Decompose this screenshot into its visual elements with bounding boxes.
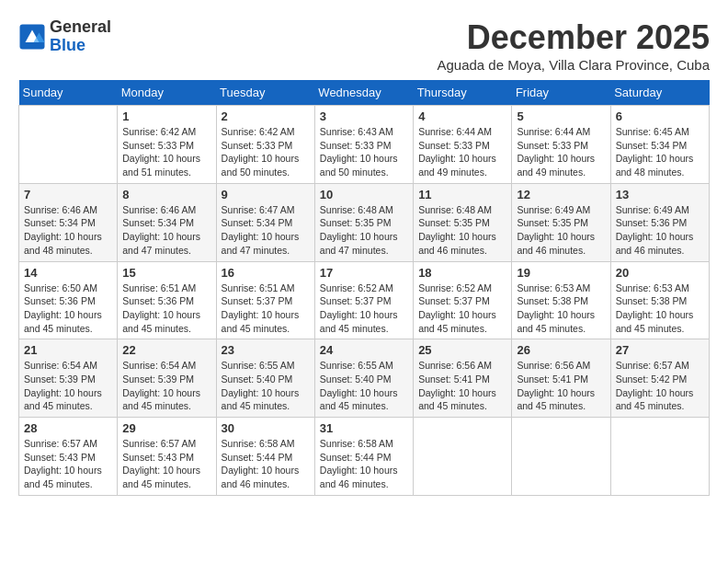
header-saturday: Saturday — [610, 80, 709, 106]
day-number: 23 — [222, 343, 310, 357]
day-number: 1 — [122, 109, 210, 123]
logo: General Blue — [18, 18, 111, 55]
day-info: Sunrise: 6:50 AMSunset: 5:36 PMDaylight:… — [24, 282, 112, 336]
day-info: Sunrise: 6:54 AMSunset: 5:39 PMDaylight:… — [122, 359, 210, 413]
calendar-cell: 17Sunrise: 6:52 AMSunset: 5:37 PMDayligh… — [314, 261, 413, 339]
day-number: 2 — [222, 109, 310, 123]
header: General Blue December 2025 Aguada de Moy… — [18, 18, 710, 73]
calendar-cell: 11Sunrise: 6:48 AMSunset: 5:35 PMDayligh… — [414, 183, 512, 261]
header-sunday: Sunday — [19, 80, 118, 106]
logo-blue-text: Blue — [50, 36, 85, 54]
calendar-cell: 18Sunrise: 6:52 AMSunset: 5:37 PMDayligh… — [414, 261, 512, 339]
calendar-cell: 12Sunrise: 6:49 AMSunset: 5:35 PMDayligh… — [512, 183, 610, 261]
subtitle: Aguada de Moya, Villa Clara Province, Cu… — [437, 57, 710, 73]
day-info: Sunrise: 6:57 AMSunset: 5:43 PMDaylight:… — [24, 437, 112, 491]
header-thursday: Thursday — [414, 80, 512, 106]
calendar-week-row: 1Sunrise: 6:42 AMSunset: 5:33 PMDaylight… — [19, 106, 710, 184]
calendar-cell: 16Sunrise: 6:51 AMSunset: 5:37 PMDayligh… — [216, 261, 314, 339]
day-number: 6 — [616, 109, 704, 123]
calendar-cell: 2Sunrise: 6:42 AMSunset: 5:33 PMDaylight… — [216, 106, 314, 184]
day-info: Sunrise: 6:46 AMSunset: 5:34 PMDaylight:… — [122, 203, 210, 258]
calendar-cell: 4Sunrise: 6:44 AMSunset: 5:33 PMDaylight… — [414, 106, 512, 184]
day-number: 24 — [320, 343, 408, 357]
calendar-cell: 29Sunrise: 6:57 AMSunset: 5:43 PMDayligh… — [118, 418, 216, 496]
calendar-cell: 21Sunrise: 6:54 AMSunset: 5:39 PMDayligh… — [19, 339, 118, 418]
day-info: Sunrise: 6:56 AMSunset: 5:41 PMDaylight:… — [517, 359, 605, 413]
day-number: 11 — [418, 188, 506, 201]
day-number: 17 — [320, 266, 408, 280]
calendar-cell — [414, 418, 512, 496]
day-number: 31 — [320, 421, 408, 435]
calendar-cell: 1Sunrise: 6:42 AMSunset: 5:33 PMDaylight… — [118, 106, 216, 184]
logo-general-text: General — [50, 17, 111, 36]
calendar-cell: 14Sunrise: 6:50 AMSunset: 5:36 PMDayligh… — [19, 261, 118, 339]
day-number: 12 — [517, 188, 605, 201]
day-info: Sunrise: 6:51 AMSunset: 5:36 PMDaylight:… — [122, 282, 210, 336]
calendar-week-row: 28Sunrise: 6:57 AMSunset: 5:43 PMDayligh… — [19, 418, 710, 496]
calendar-cell — [19, 106, 118, 184]
day-number: 15 — [122, 266, 210, 280]
calendar-cell: 27Sunrise: 6:57 AMSunset: 5:42 PMDayligh… — [610, 339, 709, 418]
day-info: Sunrise: 6:55 AMSunset: 5:40 PMDaylight:… — [320, 359, 408, 413]
day-number: 22 — [122, 343, 210, 357]
calendar-week-row: 7Sunrise: 6:46 AMSunset: 5:34 PMDaylight… — [19, 183, 710, 261]
day-number: 13 — [616, 188, 704, 201]
month-title: December 2025 — [437, 18, 710, 57]
day-info: Sunrise: 6:44 AMSunset: 5:33 PMDaylight:… — [418, 125, 506, 179]
day-info: Sunrise: 6:57 AMSunset: 5:43 PMDaylight:… — [122, 437, 210, 491]
day-info: Sunrise: 6:42 AMSunset: 5:33 PMDaylight:… — [122, 125, 210, 179]
calendar-cell: 19Sunrise: 6:53 AMSunset: 5:38 PMDayligh… — [512, 261, 610, 339]
calendar-cell: 30Sunrise: 6:58 AMSunset: 5:44 PMDayligh… — [216, 418, 314, 496]
day-info: Sunrise: 6:52 AMSunset: 5:37 PMDaylight:… — [418, 282, 506, 336]
day-number: 3 — [320, 109, 408, 123]
title-block: December 2025 Aguada de Moya, Villa Clar… — [437, 18, 710, 73]
day-info: Sunrise: 6:48 AMSunset: 5:35 PMDaylight:… — [418, 203, 506, 258]
day-number: 28 — [24, 421, 112, 435]
day-number: 14 — [24, 266, 112, 280]
calendar-cell: 26Sunrise: 6:56 AMSunset: 5:41 PMDayligh… — [512, 339, 610, 418]
day-number: 29 — [122, 421, 210, 435]
calendar-cell: 5Sunrise: 6:44 AMSunset: 5:33 PMDaylight… — [512, 106, 610, 184]
day-number: 5 — [517, 109, 605, 123]
calendar-cell: 20Sunrise: 6:53 AMSunset: 5:38 PMDayligh… — [610, 261, 709, 339]
day-number: 21 — [24, 343, 112, 357]
day-info: Sunrise: 6:54 AMSunset: 5:39 PMDaylight:… — [24, 359, 112, 413]
day-number: 27 — [616, 343, 704, 357]
day-info: Sunrise: 6:45 AMSunset: 5:34 PMDaylight:… — [616, 125, 704, 179]
calendar-cell: 31Sunrise: 6:58 AMSunset: 5:44 PMDayligh… — [314, 418, 413, 496]
calendar-cell — [512, 418, 610, 496]
calendar-cell: 10Sunrise: 6:48 AMSunset: 5:35 PMDayligh… — [314, 183, 413, 261]
day-info: Sunrise: 6:42 AMSunset: 5:33 PMDaylight:… — [222, 125, 310, 179]
day-info: Sunrise: 6:48 AMSunset: 5:35 PMDaylight:… — [320, 203, 408, 258]
calendar-week-row: 21Sunrise: 6:54 AMSunset: 5:39 PMDayligh… — [19, 339, 710, 418]
calendar-cell: 22Sunrise: 6:54 AMSunset: 5:39 PMDayligh… — [118, 339, 216, 418]
day-info: Sunrise: 6:57 AMSunset: 5:42 PMDaylight:… — [616, 359, 704, 413]
day-number: 26 — [517, 343, 605, 357]
day-info: Sunrise: 6:46 AMSunset: 5:34 PMDaylight:… — [24, 203, 112, 258]
day-info: Sunrise: 6:55 AMSunset: 5:40 PMDaylight:… — [222, 359, 310, 413]
day-number: 18 — [418, 266, 506, 280]
day-number: 10 — [320, 188, 408, 201]
day-info: Sunrise: 6:56 AMSunset: 5:41 PMDaylight:… — [418, 359, 506, 413]
day-info: Sunrise: 6:52 AMSunset: 5:37 PMDaylight:… — [320, 282, 408, 336]
calendar-cell: 28Sunrise: 6:57 AMSunset: 5:43 PMDayligh… — [19, 418, 118, 496]
day-number: 9 — [222, 188, 310, 201]
calendar: Sunday Monday Tuesday Wednesday Thursday… — [18, 80, 710, 496]
calendar-cell: 24Sunrise: 6:55 AMSunset: 5:40 PMDayligh… — [314, 339, 413, 418]
day-number: 8 — [122, 188, 210, 201]
calendar-cell — [610, 418, 709, 496]
logo-icon — [18, 23, 46, 51]
calendar-cell: 13Sunrise: 6:49 AMSunset: 5:36 PMDayligh… — [610, 183, 709, 261]
calendar-cell: 8Sunrise: 6:46 AMSunset: 5:34 PMDaylight… — [118, 183, 216, 261]
calendar-cell: 3Sunrise: 6:43 AMSunset: 5:33 PMDaylight… — [314, 106, 413, 184]
header-tuesday: Tuesday — [216, 80, 314, 106]
calendar-header-row: Sunday Monday Tuesday Wednesday Thursday… — [19, 80, 710, 106]
calendar-cell: 23Sunrise: 6:55 AMSunset: 5:40 PMDayligh… — [216, 339, 314, 418]
day-info: Sunrise: 6:49 AMSunset: 5:35 PMDaylight:… — [517, 203, 605, 258]
day-info: Sunrise: 6:53 AMSunset: 5:38 PMDaylight:… — [616, 282, 704, 336]
day-info: Sunrise: 6:44 AMSunset: 5:33 PMDaylight:… — [517, 125, 605, 179]
day-info: Sunrise: 6:49 AMSunset: 5:36 PMDaylight:… — [616, 203, 704, 258]
header-friday: Friday — [512, 80, 610, 106]
day-number: 19 — [517, 266, 605, 280]
header-monday: Monday — [118, 80, 216, 106]
